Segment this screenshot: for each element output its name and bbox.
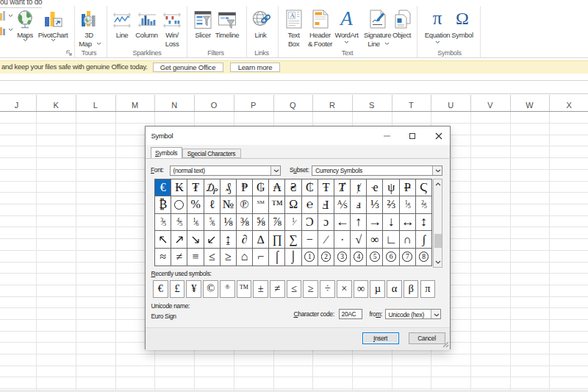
svg-text:A: A — [290, 12, 295, 19]
